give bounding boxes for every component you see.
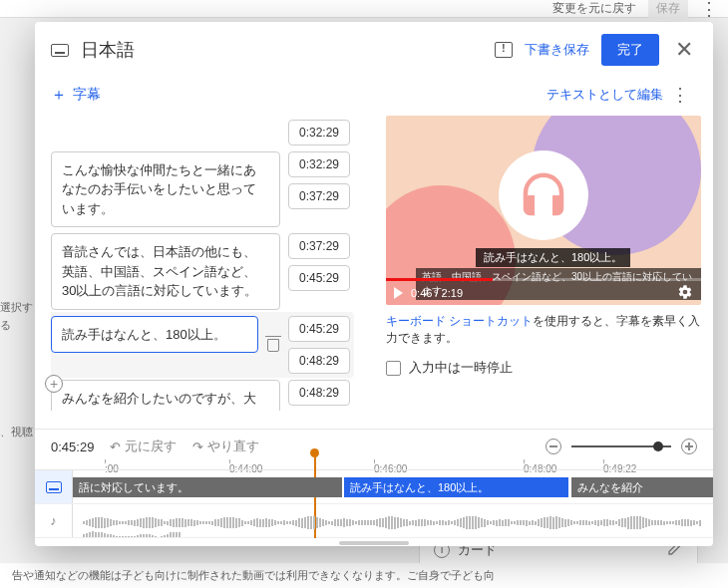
caption-text-input[interactable]: こんな愉快な仲間たちと一緒にあなたのお手伝いをしたいと思っています。 bbox=[51, 151, 280, 228]
timeline-tracks: 語に対応しています。読み手はなんと、180以上。みんなを紹介 ♪ bbox=[35, 469, 713, 538]
caption-row[interactable]: 読み手はなんと、180以上。0:45:290:48:29 bbox=[51, 312, 354, 378]
preview-column: 読み手はなんと、180以上。 英語、中国語、スペイン語など、30以上の言語に対応… bbox=[374, 116, 713, 429]
save-draft-button[interactable]: 下書き保存 bbox=[525, 41, 589, 59]
backdrop-left-text: 選択する 、視聴 bbox=[0, 299, 40, 441]
backdrop-bottom-text: 告や通知などの機能は子ども向けに制作された動画では利用できなくなります。ご自身で… bbox=[0, 563, 728, 588]
play-icon[interactable] bbox=[394, 287, 403, 299]
done-button[interactable]: 完了 bbox=[601, 34, 659, 66]
pause-while-typing-row: 入力中は一時停止 bbox=[386, 359, 701, 377]
start-time-input[interactable]: 0:32:29 bbox=[288, 151, 350, 177]
caption-row[interactable]: 0:32:29 bbox=[51, 120, 350, 146]
revert-changes[interactable]: 変更を元に戻す bbox=[552, 0, 636, 17]
pause-label: 入力中は一時停止 bbox=[409, 359, 513, 377]
caption-times: 0:37:290:45:29 bbox=[288, 233, 350, 291]
caption-editor-dialog: 日本語 下書き保存 完了 ✕ ＋ 字幕 テキストとして編集 ⋮ やっほー、ロボッ… bbox=[35, 22, 713, 546]
captions-icon bbox=[51, 44, 69, 57]
scroll-handle[interactable] bbox=[35, 540, 713, 546]
pause-checkbox[interactable] bbox=[386, 361, 401, 376]
redo-button[interactable]: ↷ やり直す bbox=[192, 438, 259, 455]
end-time-input[interactable]: 0:45:29 bbox=[288, 265, 350, 291]
start-time-input[interactable]: 0:37:29 bbox=[288, 233, 350, 259]
caption-row[interactable]: みんなを紹介したいのですが、大変なことになっちゃうので、ぜひ音読さん0:48:2… bbox=[51, 380, 350, 412]
start-time-input[interactable]: 0:32:29 bbox=[288, 120, 350, 146]
dialog-header: 日本語 下書き保存 完了 ✕ bbox=[35, 22, 713, 78]
delete-caption-icon[interactable] bbox=[266, 336, 280, 352]
caption-text-input[interactable]: 読み手はなんと、180以上。 bbox=[51, 316, 258, 354]
caption-track[interactable]: 語に対応しています。読み手はなんと、180以上。みんなを紹介 bbox=[35, 470, 713, 504]
zoom-slider[interactable] bbox=[571, 445, 671, 447]
timeline-caption-segment[interactable]: 読み手はなんと、180以上。 bbox=[344, 477, 568, 497]
timeline-caption-segment[interactable]: みんなを紹介 bbox=[571, 477, 713, 497]
settings-icon[interactable] bbox=[677, 284, 693, 302]
caption-times: 0:45:290:48:29 bbox=[288, 316, 350, 374]
save-button-disabled: 保存 bbox=[648, 0, 688, 19]
caption-row[interactable]: 音読さんでは、日本語の他にも、英語、中国語、スペイン語など、30以上の言語に対応… bbox=[51, 233, 350, 310]
editor-toolbar: ＋ 字幕 テキストとして編集 ⋮ bbox=[35, 78, 713, 116]
end-time-input[interactable]: 0:37:29 bbox=[288, 183, 350, 209]
shortcut-hint: キーボード ショートカットを使用すると、字幕を素早く入力できます。 bbox=[386, 313, 701, 347]
caption-list-column: やっほー、ロボットです。0:29:290:32:29こんな愉快な仲間たちと一緒に… bbox=[35, 116, 374, 429]
caption-row[interactable]: こんな愉快な仲間たちと一緒にあなたのお手伝いをしたいと思っています。0:32:2… bbox=[51, 151, 350, 228]
end-time-input[interactable]: 0:48:29 bbox=[288, 348, 350, 374]
timeline-toolbar: 0:45:29 ↶ 元に戻す ↷ やり直す bbox=[35, 429, 713, 463]
feedback-icon[interactable] bbox=[495, 42, 513, 58]
undo-button[interactable]: ↶ 元に戻す bbox=[110, 438, 177, 455]
video-preview[interactable]: 読み手はなんと、180以上。 英語、中国語、スペイン語など、30以上の言語に対応… bbox=[386, 116, 701, 305]
page-top-bar: 変更を元に戻す 保存 ⋮ bbox=[0, 0, 728, 18]
more-menu[interactable]: ⋮ bbox=[700, 0, 718, 20]
audio-track[interactable]: ♪ bbox=[35, 504, 713, 538]
edit-as-text-button[interactable]: テキストとして編集 bbox=[546, 86, 663, 104]
caption-times: 0:48:29 bbox=[288, 380, 350, 406]
add-caption-button[interactable]: ＋ 字幕 bbox=[51, 85, 101, 106]
caption-text-input[interactable]: みんなを紹介したいのですが、大変なことになっちゃうので、ぜひ音読さん bbox=[51, 380, 280, 412]
dialog-title: 日本語 bbox=[81, 38, 135, 62]
close-icon[interactable]: ✕ bbox=[671, 37, 697, 63]
video-time: 0:46 / 2:19 bbox=[411, 287, 463, 299]
current-time-display: 0:45:29 bbox=[51, 440, 94, 454]
keyboard-shortcuts-link[interactable]: キーボード ショートカット bbox=[386, 314, 533, 328]
audio-track-icon: ♪ bbox=[35, 504, 73, 537]
more-options-icon[interactable]: ⋮ bbox=[663, 84, 697, 106]
timeline-caption-segment[interactable]: 語に対応しています。 bbox=[73, 477, 342, 497]
caption-list[interactable]: やっほー、ロボットです。0:29:290:32:29こんな愉快な仲間たちと一緒に… bbox=[51, 116, 374, 411]
zoom-controls bbox=[546, 439, 697, 454]
start-time-input[interactable]: 0:45:29 bbox=[288, 316, 350, 342]
zoom-out-icon[interactable] bbox=[546, 439, 561, 454]
caption-text-input[interactable]: 音読さんでは、日本語の他にも、英語、中国語、スペイン語など、30以上の言語に対応… bbox=[51, 233, 280, 310]
caption-times: 0:32:29 bbox=[288, 120, 350, 146]
video-controls: 0:46 / 2:19 bbox=[386, 281, 701, 305]
start-time-input[interactable]: 0:48:29 bbox=[288, 380, 350, 406]
video-caption-overlay: 読み手はなんと、180以上。 bbox=[476, 248, 630, 267]
plus-icon: ＋ bbox=[51, 85, 67, 106]
add-caption-inline-icon[interactable]: + bbox=[45, 375, 63, 393]
headphones-icon bbox=[499, 150, 588, 240]
caption-times: 0:32:290:37:29 bbox=[288, 151, 350, 209]
caption-track-icon bbox=[35, 470, 73, 503]
zoom-in-icon[interactable] bbox=[681, 439, 697, 454]
